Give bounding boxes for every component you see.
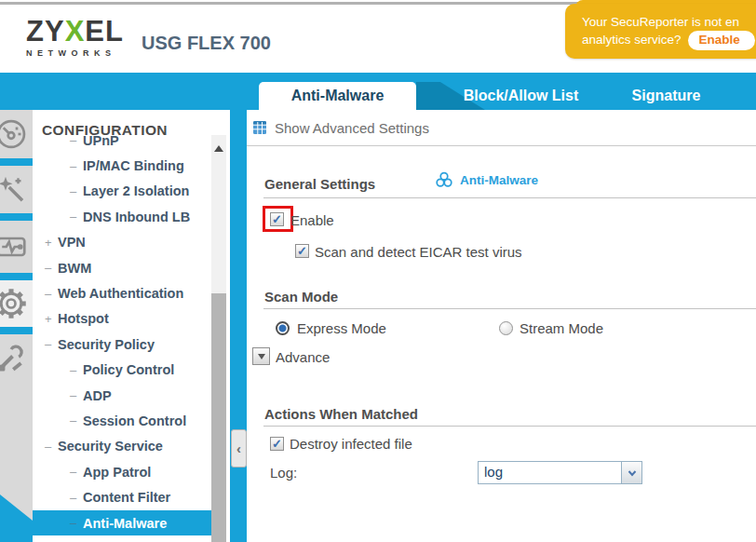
chevron-left-icon: ‹ — [236, 440, 241, 456]
tab-anti-malware[interactable]: Anti-Malware — [259, 82, 416, 110]
section-rule — [263, 197, 756, 198]
sidebar-item-vpn[interactable]: +VPN — [33, 230, 211, 255]
destroy-infected-file-checkbox[interactable] — [270, 437, 284, 451]
express-mode-radio[interactable] — [276, 321, 290, 335]
enable-securereporter-button[interactable]: Enable — [688, 31, 755, 50]
sidebar-item-session-control[interactable]: –Session Control — [33, 408, 211, 433]
show-advanced-settings-button[interactable]: Show Advanced Settings — [247, 110, 756, 146]
logo-green-x: X — [65, 15, 86, 47]
anti-malware-settings-panel: General Settings Anti-Malware Enable Sca… — [247, 147, 756, 542]
tab-signature[interactable]: Signature — [613, 82, 720, 110]
sidebar-item-security-service[interactable]: –Security Service — [33, 434, 211, 459]
zyxel-logo-word: ZYXEL — [26, 17, 124, 47]
triangle-down-icon — [258, 354, 265, 359]
sidebar-item-security-policy[interactable]: –Security Policy — [33, 332, 211, 357]
dashboard-gauge-icon — [0, 117, 28, 151]
grid-icon — [252, 120, 267, 135]
sidebar-scrollbar-thumb[interactable] — [211, 293, 226, 542]
general-settings-heading: General Settings — [264, 176, 375, 192]
rail-separator — [0, 273, 33, 280]
zyxel-logo: ZYXEL NETWORKS — [26, 17, 124, 58]
stream-mode-radio[interactable] — [499, 321, 513, 335]
rail-separator — [0, 158, 33, 166]
section-rule — [263, 308, 756, 309]
eicar-checkbox[interactable] — [295, 244, 309, 258]
rail-configuration-button[interactable] — [0, 280, 33, 327]
anti-malware-config-page: ZYXEL NETWORKS USG FLEX 700 Your SecuRep… — [0, 0, 756, 542]
sidebar-item-bwm[interactable]: –BWM — [33, 255, 211, 280]
actions-when-matched-heading: Actions When Matched — [264, 406, 418, 422]
sidebar-item-hotspot[interactable]: +Hotspot — [33, 306, 211, 332]
sidebar-item-reputation-filter[interactable]: –Reputation Filter — [33, 535, 211, 542]
rail-footer-wedge — [0, 490, 33, 542]
log-label: Log: — [270, 465, 297, 481]
rail-monitoring-button[interactable] — [0, 221, 33, 273]
rail-dashboard-button[interactable] — [0, 110, 33, 158]
sidebar-item-adp[interactable]: –ADP — [33, 383, 211, 408]
express-mode-label: Express Mode — [297, 320, 386, 336]
sidebar-item-content-filter[interactable]: –Content Filter — [33, 484, 211, 509]
advance-label: Advance — [276, 349, 330, 365]
notification-line1: Your SecuReporter is not en — [582, 14, 756, 31]
sidebar-item-web-authentication[interactable]: –Web Authentication — [33, 280, 211, 305]
sidebar-item-anti-malware[interactable]: –Anti-Malware — [33, 510, 211, 535]
sidebar-divider-strip — [230, 110, 247, 542]
rail-separator — [0, 327, 33, 334]
show-advanced-settings-label: Show Advanced Settings — [275, 120, 429, 136]
sidebar-item-policy-control[interactable]: –Policy Control — [33, 358, 211, 383]
sidebar-item-upnp[interactable]: –UPnP — [33, 135, 211, 153]
sidebar-scrollbar-up-button[interactable] — [211, 140, 226, 156]
anti-malware-badge: Anti-Malware — [434, 169, 538, 190]
rail-maintenance-button[interactable] — [0, 334, 33, 381]
anti-malware-badge-label: Anti-Malware — [460, 173, 538, 187]
notification-line2: analytics service?Enable — [582, 31, 756, 50]
sidebar-collapse-handle[interactable]: ‹ — [231, 429, 247, 467]
destroy-infected-file-label: Destroy infected file — [290, 436, 412, 452]
log-select-dropdown-button[interactable] — [621, 462, 641, 483]
rail-separator — [0, 213, 33, 221]
maintenance-tools-icon — [0, 341, 28, 374]
triangle-up-icon — [214, 145, 223, 152]
feature-rail — [0, 110, 33, 542]
eicar-label: Scan and detect EICAR test virus — [315, 244, 522, 260]
enable-label: Enable — [290, 212, 334, 228]
zyxel-logo-networks: NETWORKS — [26, 48, 124, 58]
sidebar-item-dns-inbound-lb[interactable]: –DNS Inbound LB — [33, 204, 211, 229]
section-rule — [263, 426, 756, 427]
enable-checkbox[interactable] — [270, 212, 284, 226]
device-name: USG FLEX 700 — [142, 33, 271, 54]
chevron-down-icon — [627, 467, 638, 479]
sidebar-item-app-patrol[interactable]: –App Patrol — [33, 459, 211, 484]
securereporter-notification: Your SecuReporter is not en analytics se… — [565, 4, 756, 59]
advance-expander-button[interactable] — [252, 347, 270, 365]
sidebar-item-layer2-isolation[interactable]: –Layer 2 Isolation — [33, 179, 211, 204]
tab-block-allow-list[interactable]: Block/Allow List — [444, 82, 598, 110]
sidebar-item-ip-mac-binding[interactable]: –IP/MAC Binding — [33, 153, 211, 178]
configuration-sidebar: CONFIGURATION –UPnP –IP/MAC Binding –Lay… — [33, 110, 231, 542]
sidebar-menu: –UPnP –IP/MAC Binding –Layer 2 Isolation… — [33, 135, 211, 542]
wizard-wand-icon — [0, 173, 28, 207]
scan-mode-heading: Scan Mode — [264, 289, 338, 305]
monitoring-icon — [0, 230, 28, 264]
configuration-gear-icon — [0, 287, 28, 320]
stream-mode-label: Stream Mode — [520, 320, 603, 336]
rail-wizard-button[interactable] — [0, 166, 33, 213]
log-select-value: log — [479, 462, 621, 483]
log-select[interactable]: log — [478, 461, 642, 484]
biohazard-icon — [434, 169, 454, 190]
